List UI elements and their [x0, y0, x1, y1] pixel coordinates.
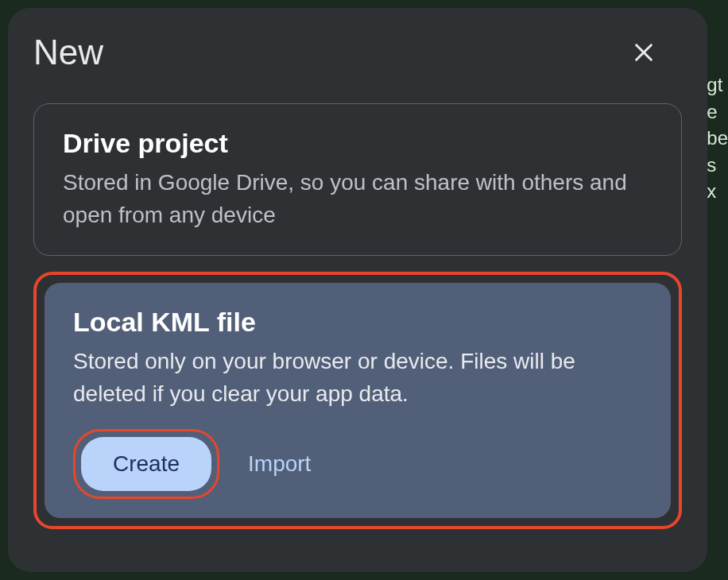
- local-kml-option[interactable]: Local KML file Stored only on your brows…: [45, 283, 671, 518]
- local-kml-title: Local KML file: [73, 307, 642, 338]
- dialog-header: New: [33, 33, 682, 72]
- close-button[interactable]: [625, 33, 663, 72]
- drive-project-description: Stored in Google Drive, so you can share…: [63, 167, 652, 231]
- local-kml-buttons: Create Import: [73, 429, 642, 499]
- local-kml-description: Stored only on your browser or device. F…: [73, 346, 642, 410]
- drive-project-option[interactable]: Drive project Stored in Google Drive, so…: [33, 103, 682, 256]
- new-project-dialog: New Drive project Stored in Google Drive…: [8, 8, 707, 572]
- create-button-highlight: Create: [73, 429, 219, 499]
- local-kml-highlight: Local KML file Stored only on your brows…: [33, 272, 682, 529]
- dialog-title: New: [33, 35, 103, 70]
- create-button[interactable]: Create: [81, 437, 211, 491]
- drive-project-title: Drive project: [63, 128, 652, 159]
- import-button[interactable]: Import: [242, 437, 317, 491]
- background-obscured-text: gt e be s x: [707, 72, 728, 205]
- close-icon: [631, 40, 656, 65]
